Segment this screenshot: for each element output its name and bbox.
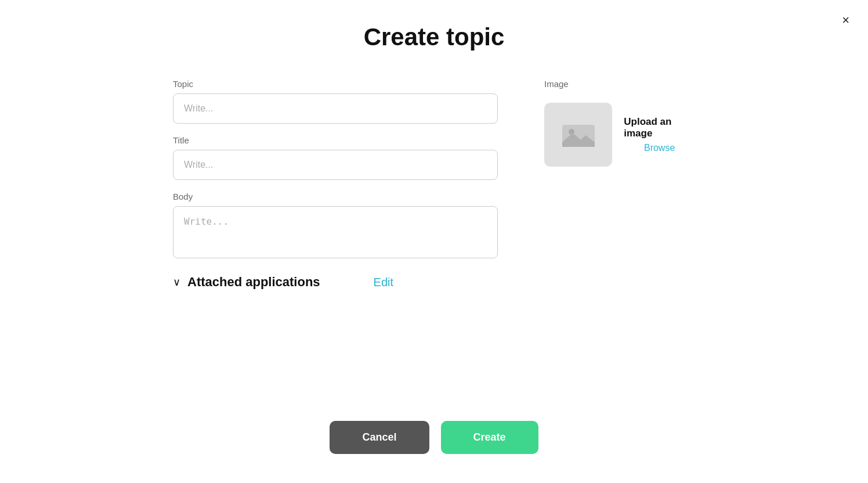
chevron-down-icon: ∨	[173, 276, 180, 289]
body-input[interactable]	[173, 206, 498, 258]
attached-section: ∨ Attached applications Edit	[173, 275, 695, 290]
image-icon	[561, 120, 596, 149]
edit-button[interactable]: Edit	[374, 276, 393, 289]
form-area: Topic Title Body Image	[173, 79, 695, 258]
browse-button[interactable]: Browse	[624, 143, 695, 153]
create-topic-modal: × Create topic Topic Title Body Image	[0, 0, 868, 483]
upload-main-text: Upload an image	[624, 116, 695, 139]
button-row: Cancel Create	[330, 386, 538, 483]
modal-title: Create topic	[364, 23, 505, 51]
topic-input[interactable]	[173, 93, 498, 124]
image-label: Image	[544, 79, 695, 89]
close-button[interactable]: ×	[840, 12, 852, 29]
image-placeholder	[544, 103, 612, 167]
create-button[interactable]: Create	[441, 421, 538, 454]
form-right: Image Upload an image Browse	[544, 79, 695, 167]
body-label: Body	[173, 192, 498, 201]
image-upload-text: Upload an image Browse	[624, 116, 695, 153]
title-input[interactable]	[173, 150, 498, 180]
cancel-button[interactable]: Cancel	[330, 421, 429, 454]
image-upload-area: Upload an image Browse	[544, 103, 695, 167]
form-left: Topic Title Body	[173, 79, 498, 258]
attached-label: Attached applications	[187, 275, 320, 290]
title-label: Title	[173, 135, 498, 145]
topic-label: Topic	[173, 79, 498, 89]
